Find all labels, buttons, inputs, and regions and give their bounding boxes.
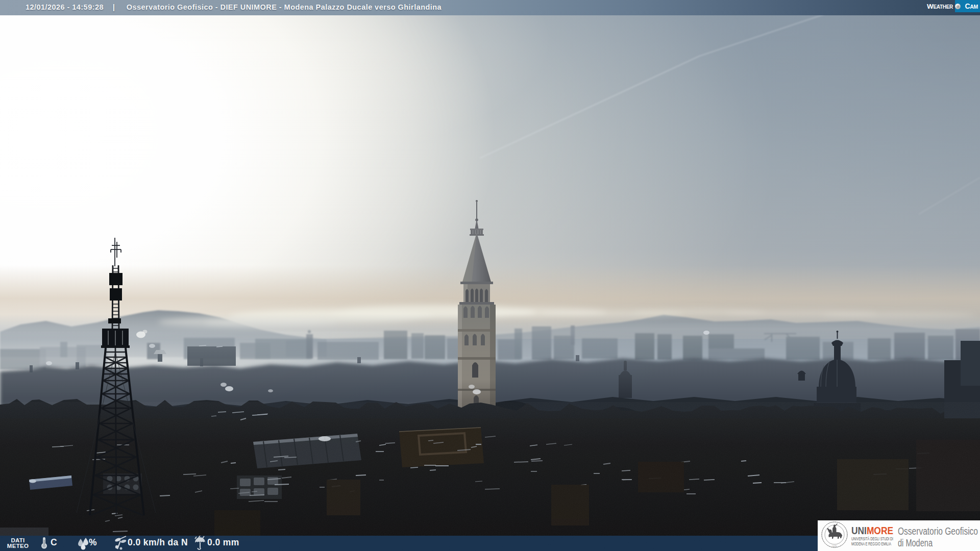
svg-text:Osservatorio Geofisico: Osservatorio Geofisico: [898, 525, 978, 537]
svg-text:MODENA E REGGIO EMILIA: MODENA E REGGIO EMILIA: [851, 541, 891, 546]
svg-text:1175: 1175: [832, 545, 838, 547]
svg-text:UNIVERSITÀ DEGLI STUDI DI: UNIVERSITÀ DEGLI STUDI DI: [851, 536, 893, 541]
svg-text:di Modena: di Modena: [898, 537, 933, 548]
svg-text:UNIMORE: UNIMORE: [851, 524, 893, 536]
